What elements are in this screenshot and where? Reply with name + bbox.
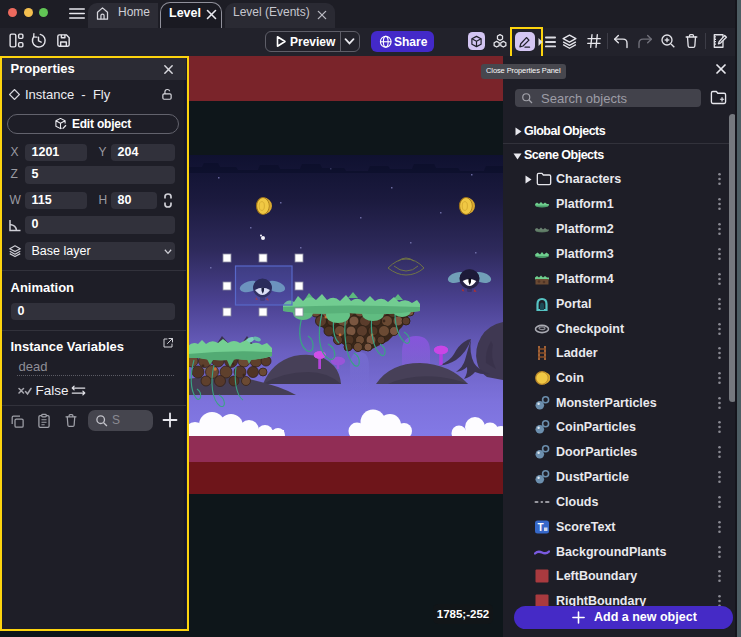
svg-text:T: T (537, 522, 543, 533)
